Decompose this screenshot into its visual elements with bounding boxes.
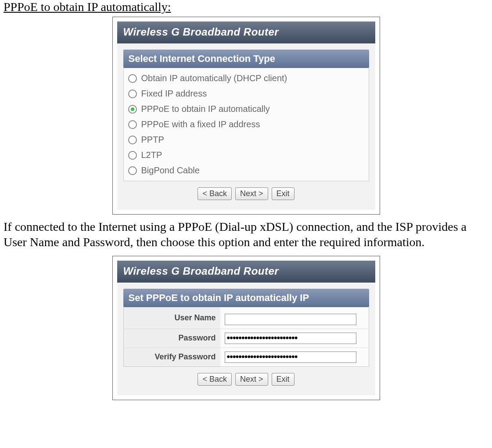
radio-icon [128,74,137,83]
radio-icon [128,120,137,129]
back-button[interactable]: < Back [198,187,232,200]
radio-pppoe-auto[interactable]: PPPoE to obtain IP automatically [124,101,369,117]
radio-label: BigPond Cable [141,165,200,176]
radio-label: L2TP [141,150,162,160]
radio-label: Obtain IP automatically (DHCP client) [141,73,287,83]
dialog1-section-heading: Select Internet Connection Type [123,50,369,68]
radio-dhcp[interactable]: Obtain IP automatically (DHCP client) [124,71,369,86]
connection-type-list: Obtain IP automatically (DHCP client) Fi… [123,68,369,181]
radio-fixed-ip[interactable]: Fixed IP address [124,86,369,101]
radio-pppoe-fixed[interactable]: PPPoE with a fixed IP address [124,117,369,132]
dialog2-title: Wireless G Broadband Router [117,261,375,283]
dialog-connection-type: Wireless G Broadband Router Select Inter… [112,17,380,215]
radio-pptp[interactable]: PPTP [124,132,369,147]
dialog-pppoe-credentials: Wireless G Broadband Router Set PPPoE to… [112,256,380,400]
radio-icon [128,105,137,114]
username-input[interactable] [225,314,356,325]
pppoe-form: User Name Password •••••••••••••••••••••… [123,307,369,367]
verify-password-label: Verify Password [123,348,220,366]
radio-label: Fixed IP address [141,89,207,99]
next-button[interactable]: Next > [235,187,268,200]
radio-icon [128,136,137,144]
radio-l2tp[interactable]: L2TP [124,147,369,163]
password-label: Password [123,329,220,348]
username-label: User Name [123,307,220,329]
radio-label: PPTP [141,135,164,145]
dialog2-section-heading: Set PPPoE to obtain IP automatically IP [123,289,369,307]
verify-password-input[interactable]: •••••••••••••••••••••••• [225,351,356,363]
radio-icon [128,90,137,98]
radio-bigpond[interactable]: BigPond Cable [124,163,369,178]
radio-label: PPPoE with a fixed IP address [141,119,260,129]
description-paragraph: If connected to the Internet using a PPP… [4,219,488,250]
radio-label: PPPoE to obtain IP automatically [141,104,270,114]
back-button[interactable]: < Back [198,373,232,386]
dialog1-title: Wireless G Broadband Router [117,22,375,43]
exit-button[interactable]: Exit [272,187,294,200]
radio-icon [128,151,137,160]
password-input[interactable]: •••••••••••••••••••••••• [225,333,356,344]
next-button[interactable]: Next > [235,373,268,386]
section-heading: PPPoE to obtain IP automatically: [4,0,488,14]
exit-button[interactable]: Exit [272,373,294,386]
radio-icon [128,166,137,175]
